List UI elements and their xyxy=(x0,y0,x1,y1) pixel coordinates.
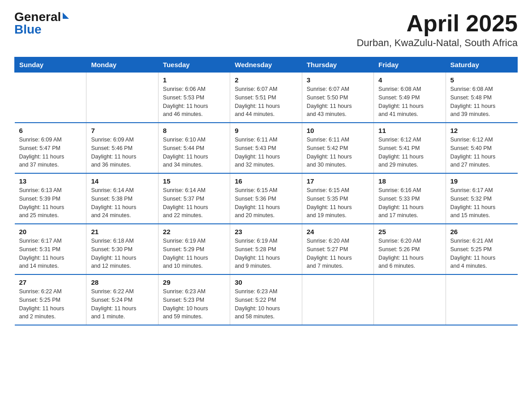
week-row-2: 6Sunrise: 6:09 AM Sunset: 5:47 PM Daylig… xyxy=(15,123,518,173)
day-number: 8 xyxy=(163,127,225,134)
day-number: 13 xyxy=(19,177,82,185)
day-number: 2 xyxy=(235,76,297,84)
day-info: Sunrise: 6:20 AM Sunset: 5:26 PM Dayligh… xyxy=(378,237,441,270)
day-number: 7 xyxy=(91,127,153,134)
day-number: 23 xyxy=(235,228,297,235)
header-saturday: Saturday xyxy=(446,57,517,73)
week-row-3: 13Sunrise: 6:13 AM Sunset: 5:39 PM Dayli… xyxy=(15,173,518,224)
day-info: Sunrise: 6:14 AM Sunset: 5:38 PM Dayligh… xyxy=(91,186,153,220)
logo-arrow-icon xyxy=(63,13,69,19)
day-number: 18 xyxy=(378,177,441,185)
week-row-4: 20Sunrise: 6:17 AM Sunset: 5:31 PM Dayli… xyxy=(15,224,518,274)
day-info: Sunrise: 6:12 AM Sunset: 5:41 PM Dayligh… xyxy=(378,136,441,169)
cell-w1-d6: 5Sunrise: 6:08 AM Sunset: 5:48 PM Daylig… xyxy=(446,73,517,123)
day-number: 30 xyxy=(235,278,297,286)
logo: General Blue xyxy=(14,11,69,36)
day-number: 12 xyxy=(450,127,513,134)
cell-w1-d1 xyxy=(86,73,158,123)
day-number: 15 xyxy=(163,177,225,185)
cell-w5-d6 xyxy=(446,274,517,325)
day-info: Sunrise: 6:23 AM Sunset: 5:22 PM Dayligh… xyxy=(235,287,297,321)
day-info: Sunrise: 6:17 AM Sunset: 5:31 PM Dayligh… xyxy=(19,237,82,270)
day-number: 1 xyxy=(163,76,225,84)
day-info: Sunrise: 6:11 AM Sunset: 5:43 PM Dayligh… xyxy=(235,136,297,169)
cell-w2-d6: 12Sunrise: 6:12 AM Sunset: 5:40 PM Dayli… xyxy=(446,123,517,173)
day-info: Sunrise: 6:16 AM Sunset: 5:33 PM Dayligh… xyxy=(378,186,441,220)
logo-blue: Blue xyxy=(14,23,42,36)
day-info: Sunrise: 6:07 AM Sunset: 5:50 PM Dayligh… xyxy=(307,85,369,119)
cell-w4-d5: 25Sunrise: 6:20 AM Sunset: 5:26 PM Dayli… xyxy=(374,224,446,274)
cell-w2-d3: 9Sunrise: 6:11 AM Sunset: 5:43 PM Daylig… xyxy=(230,123,302,173)
day-info: Sunrise: 6:21 AM Sunset: 5:25 PM Dayligh… xyxy=(450,237,513,270)
day-info: Sunrise: 6:13 AM Sunset: 5:39 PM Dayligh… xyxy=(19,186,82,220)
day-number: 3 xyxy=(307,76,369,84)
page-header: General Blue April 2025 Durban, KwaZulu-… xyxy=(14,11,518,49)
page-title: April 2025 xyxy=(356,11,518,36)
day-info: Sunrise: 6:17 AM Sunset: 5:32 PM Dayligh… xyxy=(450,186,513,220)
cell-w2-d4: 10Sunrise: 6:11 AM Sunset: 5:42 PM Dayli… xyxy=(302,123,373,173)
day-info: Sunrise: 6:23 AM Sunset: 5:23 PM Dayligh… xyxy=(163,287,225,321)
header-monday: Monday xyxy=(86,57,158,73)
day-info: Sunrise: 6:19 AM Sunset: 5:28 PM Dayligh… xyxy=(235,237,297,270)
cell-w3-d0: 13Sunrise: 6:13 AM Sunset: 5:39 PM Dayli… xyxy=(15,173,86,224)
day-number: 21 xyxy=(91,228,153,235)
day-info: Sunrise: 6:08 AM Sunset: 5:48 PM Dayligh… xyxy=(450,85,513,119)
day-info: Sunrise: 6:18 AM Sunset: 5:30 PM Dayligh… xyxy=(91,237,153,270)
header-sunday: Sunday xyxy=(15,57,86,73)
day-info: Sunrise: 6:12 AM Sunset: 5:40 PM Dayligh… xyxy=(450,136,513,169)
day-info: Sunrise: 6:06 AM Sunset: 5:53 PM Dayligh… xyxy=(163,85,225,119)
cell-w3-d4: 17Sunrise: 6:15 AM Sunset: 5:35 PM Dayli… xyxy=(302,173,373,224)
day-number: 17 xyxy=(307,177,369,185)
logo-general: General xyxy=(14,11,61,23)
day-info: Sunrise: 6:08 AM Sunset: 5:49 PM Dayligh… xyxy=(378,85,441,119)
cell-w4-d0: 20Sunrise: 6:17 AM Sunset: 5:31 PM Dayli… xyxy=(15,224,86,274)
day-number: 22 xyxy=(163,228,225,235)
cell-w1-d0 xyxy=(15,73,86,123)
day-number: 5 xyxy=(450,76,513,84)
title-block: April 2025 Durban, KwaZulu-Natal, South … xyxy=(356,11,518,49)
day-number: 27 xyxy=(19,278,82,286)
cell-w5-d1: 28Sunrise: 6:22 AM Sunset: 5:24 PM Dayli… xyxy=(86,274,158,325)
cell-w3-d2: 15Sunrise: 6:14 AM Sunset: 5:37 PM Dayli… xyxy=(158,173,230,224)
day-number: 4 xyxy=(378,76,441,84)
day-number: 28 xyxy=(91,278,153,286)
day-number: 19 xyxy=(450,177,513,185)
cell-w5-d4 xyxy=(302,274,373,325)
week-row-1: 1Sunrise: 6:06 AM Sunset: 5:53 PM Daylig… xyxy=(15,73,518,123)
day-info: Sunrise: 6:20 AM Sunset: 5:27 PM Dayligh… xyxy=(307,237,369,270)
calendar-header-row: Sunday Monday Tuesday Wednesday Thursday… xyxy=(15,57,518,73)
day-info: Sunrise: 6:22 AM Sunset: 5:25 PM Dayligh… xyxy=(19,287,82,321)
calendar-table: Sunday Monday Tuesday Wednesday Thursday… xyxy=(14,57,518,325)
header-thursday: Thursday xyxy=(302,57,373,73)
cell-w2-d5: 11Sunrise: 6:12 AM Sunset: 5:41 PM Dayli… xyxy=(374,123,446,173)
day-number: 11 xyxy=(378,127,441,134)
cell-w2-d0: 6Sunrise: 6:09 AM Sunset: 5:47 PM Daylig… xyxy=(15,123,86,173)
day-info: Sunrise: 6:09 AM Sunset: 5:46 PM Dayligh… xyxy=(91,136,153,169)
cell-w5-d3: 30Sunrise: 6:23 AM Sunset: 5:22 PM Dayli… xyxy=(230,274,302,325)
cell-w5-d2: 29Sunrise: 6:23 AM Sunset: 5:23 PM Dayli… xyxy=(158,274,230,325)
day-info: Sunrise: 6:14 AM Sunset: 5:37 PM Dayligh… xyxy=(163,186,225,220)
cell-w4-d2: 22Sunrise: 6:19 AM Sunset: 5:29 PM Dayli… xyxy=(158,224,230,274)
header-wednesday: Wednesday xyxy=(230,57,302,73)
day-number: 26 xyxy=(450,228,513,235)
week-row-5: 27Sunrise: 6:22 AM Sunset: 5:25 PM Dayli… xyxy=(15,274,518,325)
day-info: Sunrise: 6:22 AM Sunset: 5:24 PM Dayligh… xyxy=(91,287,153,321)
header-tuesday: Tuesday xyxy=(158,57,230,73)
cell-w5-d5 xyxy=(374,274,446,325)
cell-w4-d3: 23Sunrise: 6:19 AM Sunset: 5:28 PM Dayli… xyxy=(230,224,302,274)
cell-w1-d2: 1Sunrise: 6:06 AM Sunset: 5:53 PM Daylig… xyxy=(158,73,230,123)
cell-w1-d3: 2Sunrise: 6:07 AM Sunset: 5:51 PM Daylig… xyxy=(230,73,302,123)
day-info: Sunrise: 6:10 AM Sunset: 5:44 PM Dayligh… xyxy=(163,136,225,169)
header-friday: Friday xyxy=(374,57,446,73)
day-number: 29 xyxy=(163,278,225,286)
cell-w1-d4: 3Sunrise: 6:07 AM Sunset: 5:50 PM Daylig… xyxy=(302,73,373,123)
page-subtitle: Durban, KwaZulu-Natal, South Africa xyxy=(356,37,518,49)
day-number: 25 xyxy=(378,228,441,235)
cell-w3-d5: 18Sunrise: 6:16 AM Sunset: 5:33 PM Dayli… xyxy=(374,173,446,224)
cell-w4-d6: 26Sunrise: 6:21 AM Sunset: 5:25 PM Dayli… xyxy=(446,224,517,274)
cell-w5-d0: 27Sunrise: 6:22 AM Sunset: 5:25 PM Dayli… xyxy=(15,274,86,325)
day-info: Sunrise: 6:07 AM Sunset: 5:51 PM Dayligh… xyxy=(235,85,297,119)
cell-w4-d4: 24Sunrise: 6:20 AM Sunset: 5:27 PM Dayli… xyxy=(302,224,373,274)
cell-w2-d2: 8Sunrise: 6:10 AM Sunset: 5:44 PM Daylig… xyxy=(158,123,230,173)
day-number: 14 xyxy=(91,177,153,185)
